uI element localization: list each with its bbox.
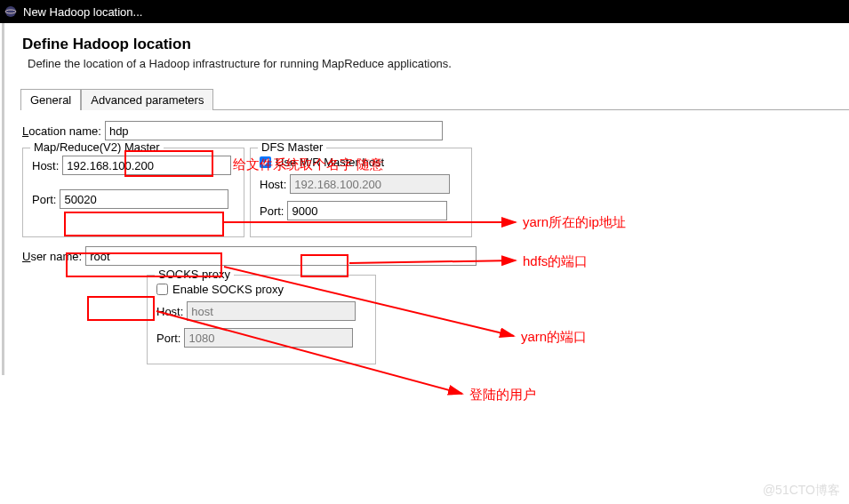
mr-port-label: Port: xyxy=(32,193,56,206)
mr-port-input[interactable] xyxy=(60,189,228,209)
dfs-port-input[interactable] xyxy=(287,201,447,220)
window-titlebar: New Hadoop location... xyxy=(0,0,849,23)
socks-port-input xyxy=(184,328,353,348)
svg-point-0 xyxy=(5,6,16,17)
dfs-master-legend: DFS Master xyxy=(258,140,326,154)
watermark: @51CTO博客 xyxy=(763,483,840,499)
dfs-port-label: Port: xyxy=(260,204,284,218)
socks-legend: SOCKS proxy xyxy=(155,268,234,281)
page-subtitle: Define the location of a Hadoop infrastr… xyxy=(28,57,831,70)
socks-enable-label: Enable SOCKS proxy xyxy=(172,283,284,296)
page-title: Define Hadoop location xyxy=(22,36,831,53)
socks-fieldset: SOCKS proxy Enable SOCKS proxy Host: Por… xyxy=(147,275,376,364)
window-title: New Hadoop location... xyxy=(23,5,142,19)
annotation-4: yarn的端口 xyxy=(521,329,587,346)
eclipse-icon xyxy=(4,4,18,19)
tab-general[interactable]: General xyxy=(20,89,81,110)
location-input[interactable] xyxy=(105,121,443,140)
user-label: User name: xyxy=(22,250,82,263)
tab-advanced[interactable]: Advanced parameters xyxy=(81,89,213,110)
dfs-host-input xyxy=(290,174,450,194)
dialog-header: Define Hadoop location Define the locati… xyxy=(4,23,849,79)
mr-host-input[interactable] xyxy=(62,156,231,175)
annotation-1: 给文件系统取个名字 随意 xyxy=(233,156,383,173)
mr-host-label: Host: xyxy=(32,159,59,172)
annotation-3: hdfs的端口 xyxy=(523,253,588,270)
annotation-5: 登陆的用户 xyxy=(469,387,536,404)
location-row: Location name: xyxy=(22,121,831,140)
annotation-2: yarn所在的ip地址 xyxy=(523,214,626,231)
socks-host-label: Host: xyxy=(156,305,183,318)
socks-port-label: Port: xyxy=(156,332,180,345)
tabs: General Advanced parameters xyxy=(20,88,849,110)
dfs-host-label: Host: xyxy=(260,178,286,191)
socks-host-input xyxy=(187,301,356,321)
location-label: Location name: xyxy=(22,124,101,138)
mr-master-fieldset: Map/Reduce(V2) Master Host: Port: xyxy=(22,148,244,237)
user-input[interactable] xyxy=(85,246,477,266)
mr-master-legend: Map/Reduce(V2) Master xyxy=(30,140,164,154)
socks-enable-checkbox[interactable] xyxy=(156,284,168,295)
form-area: Location name: Map/Reduce(V2) Master Hos… xyxy=(4,110,849,375)
